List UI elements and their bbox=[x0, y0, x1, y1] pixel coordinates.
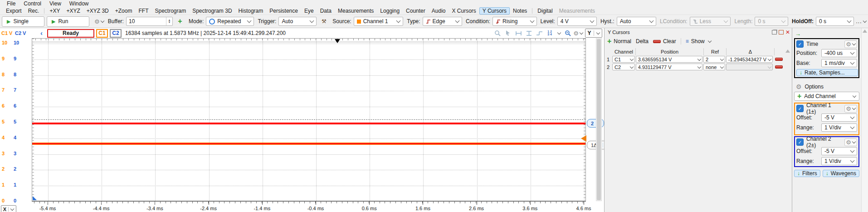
plot-settings-gear-icon[interactable]: ⚙ bbox=[575, 30, 582, 36]
x-position-marker[interactable] bbox=[33, 196, 37, 200]
view-tab--xyz[interactable]: +XYZ bbox=[63, 8, 83, 14]
view-tab-persistence[interactable]: Persistence bbox=[266, 8, 301, 14]
view-tab-measurements[interactable]: Measurements bbox=[335, 8, 377, 14]
hysteresis-select[interactable]: Auto bbox=[617, 17, 656, 26]
buffer-stepper[interactable]: 10 ▲▼ bbox=[126, 17, 173, 26]
view-tab--xy[interactable]: +XY bbox=[46, 8, 63, 14]
wavegens-button[interactable]: ↓ Wavegens bbox=[823, 170, 859, 177]
time-base-select[interactable]: 1 ms/div bbox=[821, 59, 857, 67]
menu-window[interactable]: Window bbox=[65, 0, 93, 7]
clear-cursors-button[interactable]: Clear bbox=[653, 38, 676, 44]
view-tab-data[interactable]: Data bbox=[317, 8, 335, 14]
stepper-arrows-icon[interactable]: ▲▼ bbox=[166, 17, 172, 25]
channel1-status-badge[interactable]: C1 bbox=[96, 29, 108, 38]
collapse-left-icon[interactable]: ‹ bbox=[40, 29, 43, 37]
channel1-offset-select[interactable]: -5 V bbox=[821, 113, 857, 122]
condition-select[interactable]: Rising bbox=[493, 17, 537, 26]
level-select[interactable]: 4 V bbox=[557, 17, 597, 26]
add-delta-cursor-button[interactable]: Delta bbox=[636, 38, 649, 44]
trigger-select[interactable]: Auto bbox=[278, 17, 317, 26]
channel2-checkbox[interactable]: ✓ bbox=[796, 138, 804, 146]
add-buffer-button[interactable]: + bbox=[175, 16, 185, 27]
quarters-icon[interactable]: 1 23 4 bbox=[546, 30, 553, 36]
float-window-icon[interactable] bbox=[772, 30, 777, 35]
channel2-gear-button[interactable]: ⚙ bbox=[844, 138, 857, 146]
view-tab-rec-[interactable]: Rec. bbox=[25, 8, 43, 14]
trigger-setup-button[interactable]: ⚒ bbox=[319, 16, 329, 27]
buffer-settings-button[interactable]: ⚙ bbox=[94, 16, 104, 27]
zoom-in-icon[interactable] bbox=[494, 30, 501, 36]
time-position-select[interactable]: -400 us bbox=[821, 49, 857, 57]
close-icon[interactable]: ✕ bbox=[785, 30, 790, 35]
cursor-ref-select[interactable]: 2 bbox=[703, 56, 725, 63]
view-tab-histogram[interactable]: Histogram bbox=[235, 8, 267, 14]
options-button[interactable]: ⚙ Options bbox=[796, 83, 824, 91]
trigger-level-marker[interactable] bbox=[581, 135, 586, 142]
cursor-position-select[interactable]: 3.636595134 V bbox=[636, 56, 702, 63]
add-normal-cursor-button[interactable]: + Normal bbox=[607, 38, 631, 44]
cursor-ref-select[interactable]: none bbox=[703, 64, 725, 70]
remove-cursor-button[interactable] bbox=[775, 58, 783, 61]
source-select[interactable]: Channel 1 bbox=[354, 17, 404, 26]
mode-select[interactable]: Repeated bbox=[206, 17, 254, 26]
view-tab--zoom[interactable]: +Zoom bbox=[112, 8, 136, 14]
chevron-down-icon[interactable] bbox=[557, 31, 561, 35]
view-tab-fft[interactable]: FFT bbox=[135, 8, 151, 14]
pointer-tool-icon[interactable] bbox=[504, 30, 512, 36]
single-button[interactable]: ▶ Single bbox=[2, 16, 44, 27]
view-tab-export[interactable]: Export bbox=[3, 8, 25, 14]
view-tab-notes[interactable]: Notes bbox=[510, 8, 530, 14]
dock-window-icon[interactable] bbox=[779, 30, 784, 35]
channel2-offset-select[interactable]: -5 V bbox=[821, 147, 857, 155]
show-menu-button[interactable]: ≡ Show bbox=[686, 38, 712, 44]
filters-button[interactable]: ↓ Filters bbox=[794, 170, 820, 177]
waveform-plot-canvas[interactable] bbox=[32, 38, 586, 201]
y-axis-selector-button[interactable]: Y bbox=[585, 29, 602, 38]
add-channel-button[interactable]: + Add Channel bbox=[794, 92, 859, 101]
plot-vertical-scrollbar[interactable] bbox=[596, 38, 602, 201]
time-checkbox[interactable]: ✓ bbox=[796, 40, 804, 48]
step-measure-icon[interactable] bbox=[536, 30, 543, 36]
rate-samples-button[interactable]: ↓ Rate, Samples... bbox=[796, 69, 858, 76]
view-tab-x-cursors[interactable]: X Cursors bbox=[449, 8, 479, 14]
zoom-out-icon[interactable] bbox=[564, 30, 571, 36]
cursor2-dashed-line[interactable] bbox=[32, 119, 585, 120]
menu-file[interactable]: File bbox=[3, 0, 20, 7]
menu-view[interactable]: View bbox=[45, 0, 65, 7]
channel1-trace-cursor1[interactable] bbox=[32, 143, 585, 145]
channel1-range-select[interactable]: 1 V/div bbox=[821, 123, 857, 132]
view-tab-digital[interactable]: Digital bbox=[534, 8, 556, 14]
view-tab-counter[interactable]: Counter bbox=[403, 8, 429, 14]
menu-control[interactable]: Control bbox=[20, 0, 45, 7]
horizontal-measure-icon[interactable] bbox=[515, 30, 522, 36]
cursor-delta-select[interactable]: -1.2945343427 V bbox=[726, 56, 773, 63]
channel1-checkbox[interactable]: ✓ bbox=[796, 105, 804, 112]
view-tab--xyz-3d[interactable]: +XYZ 3D bbox=[83, 8, 112, 14]
length-select[interactable]: 0 s bbox=[755, 17, 788, 26]
view-tab-eye[interactable]: Eye bbox=[301, 8, 317, 14]
holdoff-select[interactable]: 0 s bbox=[816, 17, 854, 26]
cursors-table-scrollbar[interactable] bbox=[785, 48, 791, 103]
trigger-time-marker[interactable] bbox=[335, 39, 340, 43]
remove-cursor-button[interactable] bbox=[775, 65, 783, 69]
view-tab-spectrogram-3d[interactable]: Spectrogram 3D bbox=[189, 8, 235, 14]
type-select[interactable]: Edge bbox=[423, 17, 462, 26]
run-button[interactable]: ▶ Run bbox=[47, 16, 89, 27]
toolbar-overflow-button[interactable]: ... bbox=[856, 16, 866, 27]
time-gear-button[interactable]: ⚙ bbox=[844, 40, 857, 48]
channel2-range-select[interactable]: 1 V/div bbox=[821, 157, 857, 165]
channel2-status-badge[interactable]: C2 bbox=[110, 29, 122, 38]
view-tab-audio[interactable]: Audio bbox=[429, 8, 449, 14]
panel-scrollbar[interactable] bbox=[861, 28, 868, 212]
channel2-trace-cursor2[interactable] bbox=[32, 123, 585, 124]
collapse-right-icon[interactable]: → bbox=[795, 30, 801, 37]
cursor-delta-select[interactable] bbox=[726, 64, 773, 70]
cursor-position-select[interactable]: 4.931129477 V bbox=[636, 64, 702, 70]
channel1-gear-button[interactable]: ⚙ bbox=[844, 105, 857, 113]
view-tab-spectrogram[interactable]: Spectrogram bbox=[151, 8, 189, 14]
x-axis-selector-button[interactable]: X bbox=[1, 205, 16, 212]
vertical-measure-icon[interactable] bbox=[525, 30, 532, 36]
view-tab-y-cursors[interactable]: Y Cursors bbox=[479, 7, 510, 15]
lcondition-select[interactable]: Less bbox=[690, 17, 731, 26]
cursor-channel-select[interactable]: C1 bbox=[612, 56, 635, 63]
